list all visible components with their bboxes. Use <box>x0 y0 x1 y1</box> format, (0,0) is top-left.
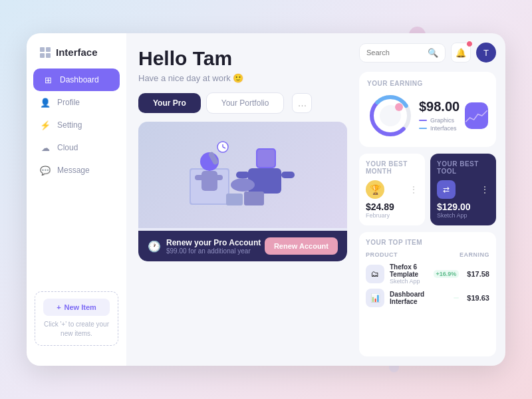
search-icon: 🔍 <box>428 48 438 58</box>
best-month-top: 🏆 ⋮ <box>366 180 418 199</box>
promo-box: 🕐 Renew your Pro Account $99.00 for an a… <box>138 122 347 261</box>
earning-legend: Graphics Interfaces <box>419 117 460 132</box>
sidebar-item-dashboard[interactable]: ⊞ Dashboard <box>33 68 120 91</box>
donut-svg <box>367 92 414 139</box>
svg-point-22 <box>395 103 403 111</box>
greeting-subtitle: Have a nice day at work 🙂 <box>138 73 347 83</box>
sidebar-item-label: Profile <box>57 98 80 107</box>
renew-account-button[interactable]: Renew Account <box>265 237 338 255</box>
legend-item-interfaces: Interfaces <box>419 125 460 132</box>
promo-svg <box>176 128 309 221</box>
svg-rect-4 <box>195 175 204 180</box>
earning-amount: $98.00 <box>419 99 460 114</box>
message-icon: 💬 <box>40 165 51 176</box>
svg-rect-14 <box>281 172 295 178</box>
dashboard-icon: ⊞ <box>43 74 53 85</box>
top-items-label: Your Top Item <box>366 239 489 246</box>
top-item-row-1: 📊 Dashboard Interface $19.63 <box>366 289 489 307</box>
tabs-row: Your Pro Your Portfolio … <box>138 92 347 114</box>
renew-clock-icon: 🕐 <box>148 240 161 253</box>
sidebar-item-message[interactable]: 💬 Message <box>27 159 126 182</box>
best-tool-label: Your Best Tool <box>437 160 489 175</box>
promo-illustration <box>138 122 347 228</box>
best-month-amount: $24.89 <box>366 201 418 212</box>
top-items-header: Product Earning <box>366 251 489 258</box>
item-icon-0: 🗂 <box>366 265 384 283</box>
search-input[interactable] <box>366 49 424 57</box>
item-name-1: Dashboard Interface <box>390 291 448 305</box>
tab-your-pro[interactable]: Your Pro <box>138 93 201 113</box>
svg-rect-17 <box>244 192 264 205</box>
svg-rect-12 <box>248 168 281 194</box>
best-tool-menu[interactable]: ⋮ <box>480 184 489 195</box>
legend-color-graphics <box>419 120 427 121</box>
legend-color-interfaces <box>419 128 427 129</box>
item-badge-0: +16.9% <box>434 270 460 278</box>
notification-button[interactable]: 🔔 <box>451 43 471 63</box>
earning-right: $98.00 Graphics Interfaces <box>419 99 460 133</box>
item-earning-0: $17.58 <box>467 270 489 278</box>
right-header: 🔍 🔔 T <box>359 43 496 63</box>
col-earning: Earning <box>460 251 489 258</box>
brand-icon <box>40 47 51 58</box>
best-tool-top: ⇄ ⋮ <box>437 180 489 199</box>
brand-area: Interface <box>27 47 126 68</box>
new-item-box: + New Item Click '+' to create your new … <box>35 291 118 346</box>
earning-card: Your Earning $98.00 <box>359 72 496 147</box>
donut-chart <box>367 92 414 139</box>
top-item-row-0: 🗂 Thefox 6 Template Sketch App +16.9% $1… <box>366 263 489 285</box>
greeting-title: Hello Tam <box>138 47 347 70</box>
avatar-button[interactable]: T <box>476 43 496 63</box>
mini-chart-svg <box>465 104 488 128</box>
renew-left: 🕐 Renew your Pro Account $99.00 for an a… <box>148 238 261 255</box>
svg-point-15 <box>231 178 255 192</box>
main-content: Hello Tam Have a nice day at work 🙂 Your… <box>126 33 359 366</box>
tab-your-portfolio[interactable]: Your Portfolio <box>206 92 285 114</box>
item-earning-1: $19.63 <box>467 294 489 302</box>
best-month-card: Your Best Month 🏆 ⋮ $24.89 February <box>359 154 425 225</box>
best-month-sub: February <box>366 212 418 219</box>
brand-title: Interface <box>56 47 98 58</box>
svg-rect-3 <box>201 171 217 191</box>
avatar-icon: T <box>483 48 489 58</box>
sidebar-item-label: Message <box>57 166 90 175</box>
sidebar-item-profile[interactable]: 👤 Profile <box>27 91 126 114</box>
best-month-icon: 🏆 <box>366 180 384 199</box>
best-tool-amount: $129.00 <box>437 201 489 212</box>
svg-rect-11 <box>257 150 275 167</box>
earning-body: $98.00 Graphics Interfaces <box>367 92 488 139</box>
svg-rect-13 <box>236 172 249 178</box>
setting-icon: ⚡ <box>40 120 51 130</box>
notification-badge <box>466 41 473 47</box>
renew-sub: $99.00 for an additional year <box>166 247 261 255</box>
search-bar[interactable]: 🔍 <box>359 43 446 63</box>
svg-rect-16 <box>226 194 243 205</box>
promo-renew-bar: 🕐 Renew your Pro Account $99.00 for an a… <box>138 231 347 261</box>
sidebar-item-label: Setting <box>57 120 82 130</box>
sidebar-item-cloud[interactable]: ☁ Cloud <box>27 136 126 159</box>
sidebar-item-setting[interactable]: ⚡ Setting <box>27 114 126 136</box>
best-month-menu[interactable]: ⋮ <box>409 184 418 195</box>
tab-more-button[interactable]: … <box>292 93 312 113</box>
best-tool-icon: ⇄ <box>437 180 456 199</box>
new-item-button[interactable]: + New Item <box>43 299 110 316</box>
top-items-card: Your Top Item Product Earning 🗂 Thefox 6… <box>359 232 496 356</box>
sidebar-item-label: Dashboard <box>60 75 99 84</box>
cloud-icon: ☁ <box>40 142 51 153</box>
earning-label: Your Earning <box>367 80 488 87</box>
renew-title: Renew your Pro Account <box>166 238 261 247</box>
earning-mini-chart <box>465 102 488 129</box>
plus-icon: + <box>57 303 61 311</box>
sidebar-item-label: Cloud <box>57 143 78 152</box>
item-badge-1 <box>454 297 459 299</box>
best-month-label: Your Best Month <box>366 160 418 175</box>
item-name-0: Thefox 6 Template <box>390 263 428 278</box>
legend-item-graphics: Graphics <box>419 117 460 124</box>
profile-icon: 👤 <box>40 97 51 108</box>
right-panel: 🔍 🔔 T Your Earning <box>359 33 505 366</box>
col-product: Product <box>366 251 398 258</box>
content-header: Hello Tam Have a nice day at work 🙂 <box>138 47 347 83</box>
main-card: Interface ⊞ Dashboard 👤 Profile ⚡ Settin… <box>27 33 505 366</box>
best-tool-sub: Sketch App <box>437 212 489 219</box>
best-row: Your Best Month 🏆 ⋮ $24.89 February Your… <box>359 154 496 225</box>
